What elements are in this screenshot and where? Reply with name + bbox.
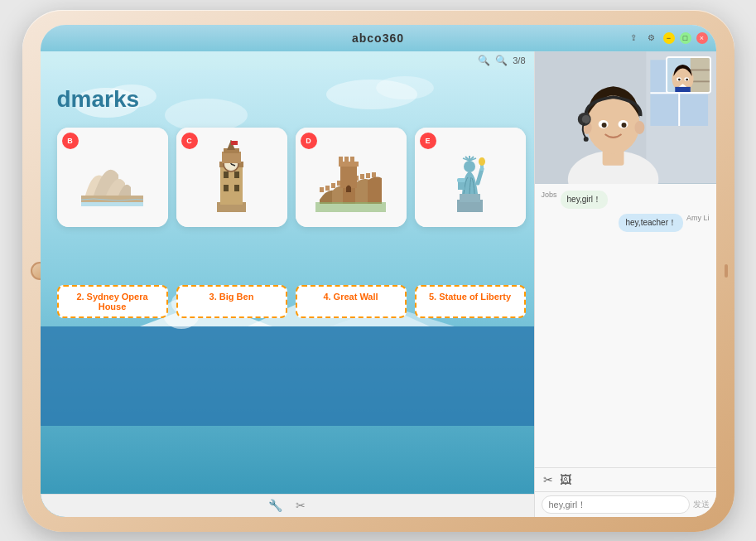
label-sydney[interactable]: 2. Sydney Opera House: [57, 285, 168, 318]
svg-rect-18: [224, 185, 229, 191]
card-statue-of-liberty[interactable]: E: [415, 128, 526, 227]
card-great-wall[interactable]: D: [296, 128, 407, 227]
card-badge-d: D: [301, 133, 317, 149]
svg-point-72: [601, 122, 606, 127]
svg-rect-78: [690, 57, 709, 92]
svg-rect-13: [81, 202, 143, 206]
chat-panel: Jobs hey,girl！ Amy Li hey,teacher！ ✂ 🖼: [534, 51, 716, 517]
svg-point-5: [376, 76, 434, 99]
svg-point-86: [686, 78, 688, 80]
svg-point-53: [479, 157, 485, 166]
svg-rect-17: [234, 171, 239, 178]
send-button[interactable]: 发送: [693, 499, 710, 510]
lesson-title: dmarks: [57, 86, 140, 113]
lesson-toolbar: 🔍 🔍 3/8: [41, 51, 534, 70]
main-content: 🔍 🔍 3/8: [41, 51, 716, 517]
svg-rect-30: [320, 187, 324, 192]
chat-tools-row: ✂ 🖼: [535, 468, 716, 491]
screen: abco360 ⇪ ⚙ − □ × 🔍 🔍 3/8: [41, 25, 716, 517]
svg-line-51: [478, 169, 482, 183]
svg-point-85: [677, 78, 680, 80]
side-button: [725, 264, 728, 278]
svg-rect-32: [331, 183, 335, 188]
svg-rect-40: [340, 165, 357, 188]
lesson-area: 🔍 🔍 3/8: [41, 51, 534, 517]
card-badge-e: E: [420, 133, 436, 149]
chat-bubble-1: hey,girl！: [561, 191, 609, 209]
svg-point-54: [464, 161, 475, 172]
lesson-body: dmarks B: [41, 70, 534, 494]
cards-container: B: [57, 128, 526, 227]
page-indicator: 3/8: [513, 56, 525, 65]
chat-messages: Jobs hey,girl！ Amy Li hey,teacher！: [535, 184, 716, 467]
svg-point-75: [581, 115, 590, 123]
svg-rect-37: [360, 174, 364, 179]
labels-container: 2. Sydney Opera House 3. Big Ben 4. Grea…: [57, 285, 526, 318]
svg-rect-48: [460, 194, 480, 202]
svg-rect-29: [231, 141, 238, 145]
label-bigben[interactable]: 3. Big Ben: [176, 285, 287, 318]
svg-rect-39: [372, 172, 376, 177]
student-thumbnail: [666, 56, 711, 94]
svg-rect-25: [222, 152, 241, 163]
chat-message-row-1: Jobs hey,girl！: [542, 191, 710, 209]
liberty-svg: [447, 140, 493, 215]
svg-rect-6: [41, 326, 534, 426]
label-liberty[interactable]: 5. Statue of Liberty: [415, 285, 526, 318]
great-wall-svg: [315, 142, 386, 212]
window-controls: ⇪ ⚙ − □ ×: [627, 31, 708, 45]
maximize-button[interactable]: □: [680, 32, 691, 44]
svg-rect-19: [234, 185, 239, 191]
card-sydney-opera[interactable]: B: [57, 128, 168, 227]
share-icon[interactable]: ⇪: [627, 31, 640, 45]
svg-rect-45: [346, 187, 351, 192]
svg-rect-44: [350, 157, 354, 162]
minimize-button[interactable]: −: [663, 32, 675, 44]
student-svg: [667, 56, 710, 94]
sender-amy: Amy Li: [686, 214, 710, 222]
chat-message-row-2: Amy Li hey,teacher！: [542, 214, 710, 232]
app-logo: abco360: [352, 31, 404, 45]
big-ben-svg: [209, 140, 254, 215]
chat-input-field[interactable]: [542, 495, 690, 514]
scissors-icon[interactable]: ✂: [543, 473, 553, 486]
status-bar: 🔧 ✂: [41, 494, 534, 517]
svg-rect-79: [690, 69, 709, 70]
chat-bubble-2: hey,teacher！: [619, 214, 683, 232]
svg-rect-46: [315, 202, 386, 212]
svg-rect-82: [675, 86, 691, 93]
ipad-shell: abco360 ⇪ ⚙ − □ × 🔍 🔍 3/8: [22, 10, 734, 532]
svg-point-3: [165, 99, 248, 132]
card-big-ben[interactable]: C: [176, 128, 287, 227]
svg-rect-16: [224, 171, 229, 178]
svg-rect-31: [325, 186, 330, 191]
svg-rect-42: [339, 157, 343, 162]
title-bar: abco360 ⇪ ⚙ − □ ×: [41, 25, 716, 51]
image-icon[interactable]: 🖼: [560, 473, 571, 486]
video-area: [535, 51, 716, 184]
tool-scissors-icon[interactable]: ✂: [296, 499, 306, 512]
zoom-in-button[interactable]: 🔍: [478, 55, 490, 66]
svg-point-73: [621, 122, 626, 127]
svg-rect-50: [457, 178, 465, 182]
svg-point-69: [634, 120, 644, 133]
chat-input-row: 发送: [535, 491, 716, 517]
sydney-opera-svg: [77, 142, 147, 212]
settings-icon[interactable]: ⚙: [645, 31, 658, 45]
label-great-wall[interactable]: 4. Great Wall: [296, 285, 407, 318]
svg-rect-38: [366, 173, 370, 178]
svg-rect-43: [344, 157, 349, 162]
tool-wrench-icon[interactable]: 🔧: [268, 499, 282, 512]
svg-point-76: [583, 136, 588, 141]
close-button[interactable]: ×: [696, 32, 708, 44]
card-badge-b: B: [62, 133, 79, 149]
zoom-out-button[interactable]: 🔍: [495, 55, 508, 66]
card-badge-c: C: [181, 133, 198, 149]
teacher-photo: [535, 51, 716, 184]
sender-jobs: Jobs: [542, 191, 557, 199]
